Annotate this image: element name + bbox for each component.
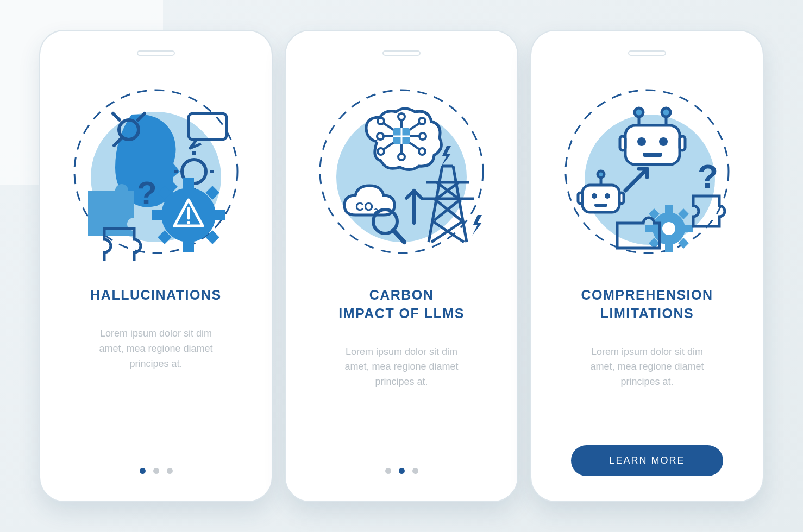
phone-mockup-3: ? COMPREHENSION LIMITATIONS Lorem ipsum … <box>530 30 764 502</box>
comprehension-icon: ? <box>557 82 737 261</box>
svg-point-69 <box>592 193 597 199</box>
svg-rect-75 <box>619 193 624 204</box>
svg-rect-10 <box>183 178 194 189</box>
phone-mockup-1: ? HALLUCINATIONS Lorem ipsum dolor sit d… <box>39 30 273 502</box>
svg-rect-81 <box>665 244 673 252</box>
svg-point-39 <box>378 118 384 124</box>
screen-title: HALLUCINATIONS <box>90 286 221 305</box>
svg-text:?: ? <box>137 175 157 211</box>
screen-description: Lorem ipsum dolor sit dim amet, mea regi… <box>344 345 458 390</box>
phone-speaker <box>382 50 421 56</box>
svg-text:CO: CO <box>355 200 373 213</box>
svg-point-41 <box>378 148 384 155</box>
svg-point-73 <box>598 171 604 178</box>
svg-point-60 <box>659 137 668 146</box>
page-indicator <box>140 468 173 474</box>
dot-1[interactable] <box>385 468 391 474</box>
onboarding-screens-row: ? HALLUCINATIONS Lorem ipsum dolor sit d… <box>39 30 764 502</box>
svg-rect-71 <box>594 204 607 207</box>
svg-point-79 <box>662 222 675 235</box>
svg-rect-12 <box>152 210 162 220</box>
svg-rect-80 <box>665 205 673 213</box>
svg-rect-83 <box>684 225 693 232</box>
phone-speaker <box>137 50 175 56</box>
svg-point-59 <box>637 137 646 146</box>
svg-point-33 <box>419 133 426 140</box>
dot-3[interactable] <box>167 468 173 474</box>
screen-description: Lorem ipsum dolor sit dim amet, mea regi… <box>99 326 212 372</box>
svg-rect-67 <box>680 136 685 150</box>
svg-rect-58 <box>625 125 680 164</box>
dot-3[interactable] <box>412 468 418 474</box>
svg-point-63 <box>635 108 643 117</box>
carbon-impact-icon: CO 2 <box>312 82 491 261</box>
svg-rect-66 <box>620 136 625 150</box>
svg-point-35 <box>419 118 425 124</box>
svg-text:?: ? <box>698 157 718 195</box>
svg-point-37 <box>419 148 425 155</box>
page-indicator <box>385 468 418 474</box>
dot-2[interactable] <box>153 468 159 474</box>
dot-1[interactable] <box>140 468 146 474</box>
dot-2[interactable] <box>399 468 405 474</box>
svg-rect-11 <box>183 241 194 252</box>
hallucinations-icon: ? <box>66 82 246 261</box>
phone-mockup-2: CO 2 <box>285 30 518 502</box>
learn-more-button[interactable]: LEARN MORE <box>571 445 723 476</box>
screen-title: COMPREHENSION LIMITATIONS <box>581 286 713 323</box>
svg-point-19 <box>187 221 190 224</box>
screen-description: Lorem ipsum dolor sit dim amet, mea regi… <box>590 345 704 390</box>
svg-rect-82 <box>645 225 654 232</box>
svg-rect-68 <box>582 185 619 212</box>
phone-speaker <box>628 50 666 56</box>
svg-rect-61 <box>643 153 662 157</box>
svg-point-27 <box>398 113 405 120</box>
svg-point-31 <box>377 133 384 140</box>
svg-point-70 <box>605 193 610 199</box>
svg-rect-74 <box>578 193 582 204</box>
screen-title: CARBON IMPACT OF LLMS <box>338 286 465 323</box>
svg-point-65 <box>662 108 670 117</box>
svg-point-29 <box>398 154 405 160</box>
svg-rect-13 <box>215 210 225 220</box>
